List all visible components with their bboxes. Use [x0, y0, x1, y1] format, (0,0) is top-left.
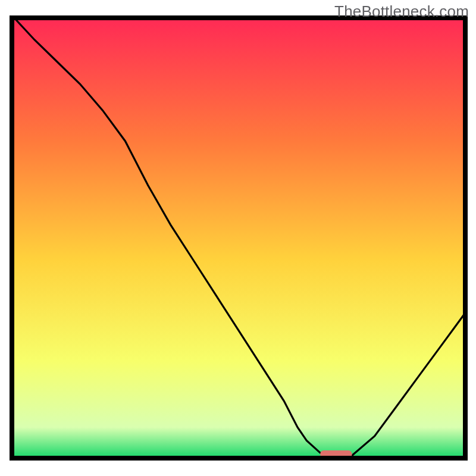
watermark-label: TheBottleneck.com: [334, 2, 469, 21]
bottleneck-chart: TheBottleneck.com: [0, 0, 476, 476]
chart-svg: [0, 0, 476, 476]
